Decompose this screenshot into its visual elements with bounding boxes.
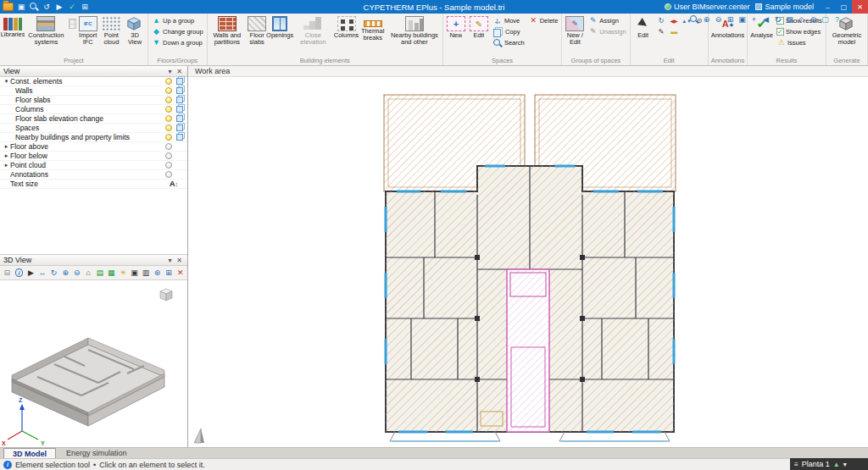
new-space-button[interactable]: New (445, 15, 467, 40)
visibility-bulb-off-icon[interactable] (165, 143, 172, 150)
delete-space-button[interactable]: Delete (527, 15, 560, 26)
visibility-bulb-icon[interactable] (165, 115, 172, 122)
zoom-in-icon[interactable] (701, 15, 712, 24)
select-icon[interactable] (25, 268, 36, 279)
apply-floors-icon[interactable] (176, 106, 183, 113)
minimize-button[interactable] (820, 0, 836, 14)
floors-icon[interactable] (794, 461, 798, 468)
app-folder-icon[interactable] (3, 3, 14, 11)
dual-screen-icon[interactable] (820, 15, 831, 24)
user-badge[interactable]: User BIMserver.center (665, 3, 750, 11)
floor-up-icon[interactable] (833, 461, 840, 468)
redraw-icon[interactable] (772, 15, 783, 24)
visibility-bulb-icon[interactable] (165, 124, 172, 131)
apply-floors-icon[interactable] (176, 87, 183, 94)
thermal-breaks-button[interactable]: Thermal breaks (359, 15, 387, 42)
issues-button[interactable]: Issues (775, 37, 824, 48)
info-icon[interactable] (15, 268, 24, 277)
visibility-bulb-off-icon[interactable] (165, 162, 172, 169)
visibility-bulb-off-icon[interactable] (165, 171, 172, 178)
tree-item-floor-slabs[interactable]: Floor slabs (0, 96, 187, 105)
tree-item-walls[interactable]: Walls (0, 86, 187, 96)
zoom-out-icon[interactable] (713, 15, 724, 24)
visibility-bulb-icon[interactable] (165, 134, 172, 141)
zoom-window-icon[interactable] (725, 15, 736, 24)
visibility-bulb-icon[interactable] (165, 87, 172, 94)
print-icon[interactable] (2, 268, 13, 279)
up-a-group-button[interactable]: Up a group (150, 15, 205, 26)
panel-close-icon[interactable] (175, 257, 184, 264)
visibility-bulb-icon[interactable] (165, 78, 172, 85)
3d-viewport[interactable]: Z X Y (0, 280, 187, 447)
tree-item-spaces[interactable]: Spaces (0, 124, 187, 133)
modify-icon[interactable] (655, 26, 668, 37)
mirror-copy-icon[interactable] (668, 15, 681, 26)
tree-item-const-elements[interactable]: Const. elements (0, 77, 187, 86)
rotate-icon[interactable] (655, 15, 668, 26)
columns-button[interactable]: Columns (336, 15, 358, 40)
tree-item-floor-slab-elevation[interactable]: Floor slab elevation change (0, 114, 187, 124)
openings-button[interactable]: Openings (269, 15, 291, 40)
tree-item-text-size[interactable]: Text size (0, 180, 187, 189)
tree-item-nearby-buildings[interactable]: Nearby buildings and property limits (0, 133, 187, 142)
construction-systems-button[interactable]: Construction systems (25, 15, 68, 47)
visibility-bulb-icon[interactable] (165, 106, 172, 113)
previous-view-icon[interactable] (760, 15, 771, 24)
zoom-extents-icon[interactable] (737, 15, 748, 24)
accept-icon[interactable] (67, 3, 77, 11)
close-elevation-change-button[interactable]: Close elevation change (292, 15, 334, 47)
tree-item-point-cloud[interactable]: Point cloud (0, 161, 187, 170)
expander-open-icon[interactable] (3, 78, 10, 85)
search-view-icon[interactable] (689, 14, 700, 25)
measure-icon[interactable] (668, 26, 681, 37)
maximize-button[interactable] (836, 0, 852, 14)
unassign-group-button[interactable]: Unassign (587, 26, 627, 37)
edit-button[interactable]: Edit (632, 15, 654, 40)
assign-group-button[interactable]: Assign (587, 15, 627, 26)
nearby-buildings-button[interactable]: Nearby buildings and other obstacles (388, 15, 441, 47)
tree-item-columns[interactable]: Columns (0, 105, 187, 114)
model-badge[interactable]: Sample model (755, 3, 814, 11)
3d-view-button[interactable]: 3D View (124, 15, 146, 47)
panel-close-icon[interactable] (175, 68, 184, 75)
edit-space-button[interactable]: Edit (468, 15, 490, 40)
tree-item-annotations[interactable]: Annotations (0, 170, 187, 180)
zoom-in-3d-icon[interactable] (60, 268, 71, 279)
snapshot-icon[interactable] (129, 268, 140, 279)
textures-icon[interactable] (106, 268, 117, 279)
fullscreen-icon[interactable] (164, 268, 175, 279)
search-icon[interactable] (29, 2, 39, 12)
undo-icon[interactable] (42, 3, 52, 11)
settings-icon[interactable] (808, 15, 819, 24)
panel-menu-icon[interactable] (165, 68, 175, 75)
section-icon[interactable] (141, 268, 152, 279)
move-space-button[interactable]: Move (491, 15, 526, 26)
down-a-group-button[interactable]: Down a group (150, 37, 205, 48)
perspective-icon[interactable] (796, 15, 807, 24)
visibility-bulb-icon[interactable] (165, 97, 172, 103)
floor-slabs-button[interactable]: Floor slabs (246, 15, 268, 47)
search-space-button[interactable]: Search (491, 37, 526, 48)
new-edit-group-button[interactable]: New / Edit (564, 15, 586, 47)
orbit-icon[interactable] (48, 268, 59, 279)
copy-space-button[interactable]: Copy (491, 26, 526, 37)
shadows-icon[interactable] (118, 268, 129, 279)
help-icon[interactable] (832, 15, 843, 24)
expander-closed-icon[interactable] (3, 152, 10, 159)
layers-3d-icon[interactable] (95, 268, 106, 279)
pan-icon[interactable] (748, 15, 760, 24)
apply-floors-icon[interactable] (176, 115, 183, 122)
text-size-icon[interactable] (170, 180, 178, 188)
libraries-button[interactable]: Libraries (2, 15, 24, 39)
apply-floors-icon[interactable] (176, 124, 183, 131)
walls-partitions-button[interactable]: Walls and partitions (209, 15, 245, 47)
views-grid-icon[interactable] (80, 3, 90, 11)
show-edges-toggle[interactable]: Show edges (775, 26, 824, 37)
tab-3d-model[interactable]: 3D Model (3, 448, 56, 458)
floor-menu-icon[interactable] (843, 461, 847, 468)
change-group-button[interactable]: Change group (150, 26, 205, 37)
apply-floors-icon[interactable] (176, 134, 183, 141)
zoom-out-3d-icon[interactable] (71, 268, 82, 279)
floor-selector-bar[interactable]: Planta 1 (790, 458, 868, 470)
drawing-canvas[interactable] (188, 77, 868, 447)
